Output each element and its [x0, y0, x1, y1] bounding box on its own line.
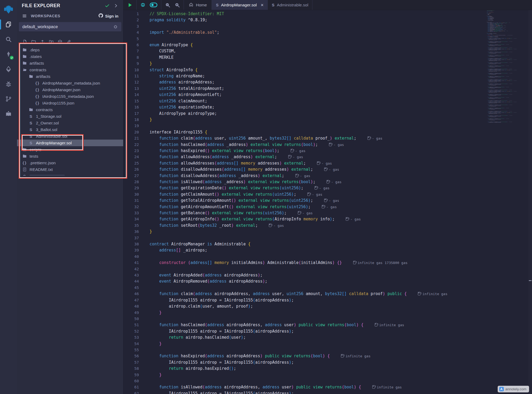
code-line-11[interactable]: 11 string airdropName; [123, 73, 532, 79]
zoom-in-icon[interactable] [174, 2, 180, 8]
check-icon[interactable] [105, 3, 110, 8]
upload-file-icon[interactable] [40, 39, 45, 44]
tree-item-artifacts[interactable]: artifacts [17, 73, 123, 80]
code-line-6[interactable]: 6enum AirdropType { [123, 42, 532, 48]
code-line-7[interactable]: 7 CUSTOM, [123, 48, 532, 54]
tree-item-AirdropManager.sol[interactable]: SAirdropManager.sol [17, 140, 123, 146]
code-line-59[interactable]: 59 } [123, 372, 532, 378]
tree-item-IAirdrop1155.json[interactable]: {}IAirdrop1155.json [17, 100, 123, 106]
code-line-35[interactable]: 35 function setRoot(bytes32 _root) exter… [123, 223, 532, 229]
code-line-29[interactable]: 29 function getExpirationDate() external… [123, 185, 532, 191]
sign-in-button[interactable]: Sign in [98, 13, 118, 19]
code-line-1[interactable]: 1// SPDX-License-Identifier: MIT [123, 11, 532, 17]
code-line-38[interactable]: 38contract AirdropManager is Administrab… [123, 241, 532, 247]
solidity-compiler-icon[interactable] [0, 47, 17, 62]
debugger-icon[interactable] [0, 77, 17, 91]
chevron-right-icon[interactable] [113, 3, 118, 8]
cube-icon[interactable] [57, 39, 63, 44]
tree-item-contracts[interactable]: contracts [17, 66, 123, 73]
code-line-18[interactable]: 18} [123, 117, 532, 123]
tree-item-README.txt[interactable]: README.txt [17, 166, 123, 173]
play-icon[interactable] [127, 2, 133, 8]
tree-item-AirdropManager.json[interactable]: {}AirdropManager.json [17, 86, 123, 93]
code-line-23[interactable]: 23 function hasExpired() external view r… [123, 148, 532, 154]
code-line-15[interactable]: 15 uint256 claimAmount; [123, 98, 532, 104]
code-line-25[interactable]: 25 function allowAddresses(address[] mem… [123, 160, 532, 166]
file-explorer-icon[interactable] [0, 17, 17, 32]
new-folder-icon[interactable] [31, 39, 36, 44]
code-editor[interactable]: // SPDX-License-Identifier: MITpragma so… [123, 10, 532, 394]
close-icon[interactable]: × [261, 3, 264, 7]
code-line-53[interactable]: 53 return airdrop.hasClaimed(user); [123, 334, 532, 341]
code-line-56[interactable]: 56 function hasExpired(address airdropAd… [123, 353, 532, 359]
source-control-icon[interactable] [0, 91, 17, 106]
code-line-40[interactable]: 40 [123, 254, 532, 260]
code-line-60[interactable]: 60 [123, 378, 532, 384]
code-line-61[interactable]: 61 function isAllowed(address airdropAdd… [123, 384, 532, 390]
code-line-24[interactable]: 24 function allowAddress(address _addres… [123, 154, 532, 160]
code-line-45[interactable]: 45 [123, 285, 532, 291]
search-icon[interactable] [0, 32, 17, 47]
tree-item-1_Storage.sol[interactable]: S1_Storage.sol [17, 113, 123, 120]
code-line-22[interactable]: 22 function hasClaimed(address _address)… [123, 142, 532, 148]
code-line-21[interactable]: 21 function claim(address user, uint256 … [123, 135, 532, 141]
code-line-37[interactable]: 37 [123, 235, 532, 241]
code-line-2[interactable]: 2pragma solidity ^0.8.19; [123, 17, 532, 23]
tree-item-.states[interactable]: .states [17, 53, 123, 60]
code-line-34[interactable]: 34 function getAirdropInfo() external vi… [123, 216, 532, 222]
new-file-icon[interactable] [22, 39, 27, 44]
code-line-57[interactable]: 57 IAirdrop1155 airdrop = IAirdrop1155(a… [123, 359, 532, 366]
tree-item-2_Owner.sol[interactable]: S2_Owner.sol [17, 120, 123, 126]
code-line-12[interactable]: 12 address airdropAddress; [123, 79, 532, 85]
minimap[interactable]: // SPDX-License-Identifier: MITpragma so… [487, 10, 528, 127]
code-line-39[interactable]: 39 address[] _airdrops; [123, 247, 532, 253]
code-line-4[interactable]: 4import "./Administrable.sol"; [123, 30, 532, 36]
workspace-select[interactable]: default_workspace [19, 22, 121, 31]
code-line-9[interactable]: 9} [123, 61, 532, 67]
learneth-icon[interactable] [0, 106, 17, 121]
code-line-51[interactable]: 51 function hasClaimed(address airdropAd… [123, 322, 532, 328]
code-line-62[interactable]: 62 IAirdrop1155 airdrop = IAirdrop1155(a… [123, 391, 532, 394]
code-line-46[interactable]: 46 function claim(address airdropAddress… [123, 291, 532, 297]
link-icon[interactable] [66, 39, 71, 44]
tree-item-AirdropManager_metadata.json[interactable]: {}AirdropManager_metadata.json [17, 80, 123, 86]
code-line-20[interactable]: 20interface IAirdrop1155 { [123, 129, 532, 135]
tree-item-3_Ballot.sol[interactable]: S3_Ballot.sol [17, 126, 123, 133]
tree-item-.prettierrc.json[interactable]: {}.prettierrc.json [17, 160, 123, 166]
code-line-42[interactable]: 42 [123, 266, 532, 272]
tab-Administrable.sol[interactable]: S Administrable.sol [268, 0, 312, 10]
code-line-48[interactable]: 48 airdrop.claim(user, amount, proof); [123, 303, 532, 309]
tree-item-scripts[interactable]: scripts [17, 146, 123, 153]
code-line-55[interactable]: 55 [123, 347, 532, 353]
code-line-31[interactable]: 31 function getTotalAirdropAmount() exte… [123, 198, 532, 204]
code-line-41[interactable]: 41 constructor (address[] memory initial… [123, 260, 532, 266]
tab-AirdropManager.sol[interactable]: S AirdropManager.sol× [212, 0, 268, 10]
hamburger-icon[interactable] [22, 13, 27, 19]
code-line-5[interactable]: 5 [123, 36, 532, 42]
tab-home[interactable]: Home [184, 0, 212, 10]
code-line-3[interactable]: 3 [123, 23, 532, 30]
tree-item-tests[interactable]: tests [17, 153, 123, 160]
code-line-50[interactable]: 50 [123, 316, 532, 322]
code-line-58[interactable]: 58 return airdrop.hasExpired(); [123, 366, 532, 372]
code-line-27[interactable]: 27 function disallowAddress(address _add… [123, 173, 532, 179]
upload-folder-icon[interactable] [49, 39, 54, 44]
code-line-36[interactable]: 36} [123, 229, 532, 235]
code-line-54[interactable]: 54 } [123, 341, 532, 347]
tree-item-artifacts[interactable]: artifacts [17, 60, 123, 66]
code-line-32[interactable]: 32 function getAirdropAmountLeft() exter… [123, 204, 532, 210]
code-line-14[interactable]: 14 uint256 airdropAmountLeft; [123, 92, 532, 98]
code-line-33[interactable]: 33 function getBalance() external view r… [123, 210, 532, 216]
code-line-10[interactable]: 10struct AirdropInfo { [123, 67, 532, 73]
code-line-49[interactable]: 49 } [123, 310, 532, 316]
remix-logo-icon[interactable] [0, 2, 17, 17]
scrollbar-dash[interactable] [529, 280, 531, 281]
tree-item-.deps[interactable]: .deps [17, 47, 123, 53]
code-line-19[interactable]: 19 [123, 123, 532, 129]
code-line-13[interactable]: 13 uint256 totalAirdropAmount; [123, 86, 532, 92]
robot-icon[interactable] [140, 2, 146, 8]
code-line-47[interactable]: 47 IAirdrop1155 airdrop = IAirdrop1155(a… [123, 297, 532, 303]
code-line-8[interactable]: 8 MERKLE [123, 55, 532, 61]
scrollbar-track[interactable] [528, 10, 532, 394]
code-line-26[interactable]: 26 function disallowAddresses(address[] … [123, 166, 532, 173]
